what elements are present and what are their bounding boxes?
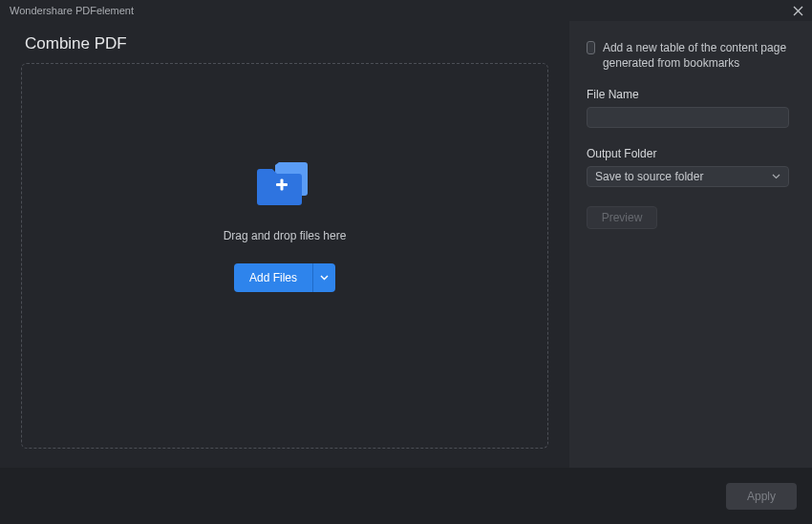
folder-plus-icon	[257, 162, 312, 208]
dropzone[interactable]: Drag and drop files here Add Files	[21, 63, 548, 449]
apply-button[interactable]: Apply	[726, 483, 797, 510]
content-area: Combine PDF Drag and drop files here Add…	[0, 21, 812, 468]
add-files-group: Add Files	[234, 263, 335, 292]
chevron-down-icon	[772, 174, 780, 179]
drop-instruction: Drag and drop files here	[224, 229, 347, 242]
add-files-dropdown-button[interactable]	[312, 263, 335, 292]
close-button[interactable]	[789, 2, 806, 19]
preview-button[interactable]: Preview	[587, 206, 657, 229]
chevron-down-icon	[320, 275, 329, 281]
toc-checkbox[interactable]	[587, 41, 595, 54]
toc-checkbox-row: Add a new table of the content page gene…	[587, 40, 789, 71]
add-files-button[interactable]: Add Files	[234, 263, 312, 292]
output-folder-select[interactable]: Save to source folder	[587, 166, 789, 187]
titlebar: Wondershare PDFelement	[0, 0, 812, 21]
app-title: Wondershare PDFelement	[10, 5, 134, 16]
svg-rect-3	[281, 179, 284, 191]
output-folder-value: Save to source folder	[595, 170, 703, 183]
file-name-label: File Name	[587, 88, 789, 101]
page-title: Combine PDF	[25, 34, 569, 53]
toc-checkbox-label: Add a new table of the content page gene…	[603, 40, 789, 71]
footer: Apply	[0, 468, 812, 524]
output-folder-label: Output Folder	[587, 147, 789, 160]
close-icon	[793, 6, 803, 16]
left-panel: Combine PDF Drag and drop files here Add…	[0, 21, 569, 468]
file-name-input[interactable]	[587, 107, 789, 128]
right-panel: Add a new table of the content page gene…	[569, 21, 812, 468]
